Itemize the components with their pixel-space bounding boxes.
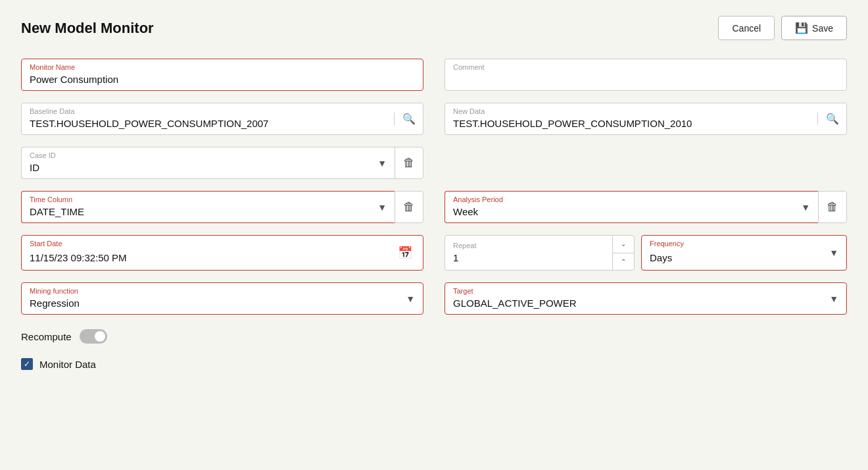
- save-icon: 💾: [795, 22, 808, 34]
- save-button[interactable]: 💾 Save: [781, 16, 847, 40]
- page-title: New Model Monitor: [21, 20, 154, 37]
- analysis-period-delete-button[interactable]: 🗑: [818, 191, 847, 223]
- frequency-field: Frequency Days ▼: [641, 235, 847, 271]
- case-id-dropdown-icon[interactable]: ▼: [377, 158, 387, 169]
- frequency-label: Frequency: [650, 240, 684, 248]
- trash-icon-3: 🗑: [827, 200, 838, 214]
- baseline-data-search-button[interactable]: 🔍: [394, 113, 423, 125]
- time-column-dropdown-icon[interactable]: ▼: [377, 202, 387, 213]
- trash-icon: 🗑: [403, 156, 415, 170]
- time-column-delete-button[interactable]: 🗑: [395, 191, 423, 223]
- start-date-value[interactable]: 11/15/23 09:32:50 PM: [30, 252, 395, 263]
- time-column-value[interactable]: DATE_TIME: [30, 206, 377, 217]
- frequency-dropdown-icon[interactable]: ▼: [829, 248, 838, 258]
- time-column-label: Time Column: [30, 196, 72, 203]
- repeat-label: Repeat: [453, 242, 476, 249]
- monitor-data-checkbox[interactable]: ✓: [21, 358, 33, 370]
- new-data-inner: New Data TEST.HOUSEHOLD_POWER_CONSUMPTIO…: [445, 103, 817, 134]
- baseline-data-label: Baseline Data: [30, 107, 75, 115]
- comment-field: Comment: [445, 59, 847, 91]
- form-grid: Monitor Name Power Consumption Comment B…: [21, 59, 847, 315]
- monitor-name-label: Monitor Name: [30, 63, 75, 71]
- baseline-data-inner: Baseline Data TEST.HOUSEHOLD_POWER_CONSU…: [22, 103, 394, 134]
- recompute-toggle[interactable]: [80, 329, 107, 344]
- cancel-button[interactable]: Cancel: [718, 16, 775, 40]
- repeat-value[interactable]: 1: [453, 252, 604, 263]
- time-column-field: Time Column DATE_TIME ▼: [21, 191, 395, 223]
- analysis-period-value[interactable]: Week: [453, 206, 801, 217]
- start-date-field: Start Date 11/15/23 09:32:50 PM 📅: [21, 235, 423, 271]
- frequency-value[interactable]: Days: [650, 252, 829, 263]
- target-field: Target GLOBAL_ACTIVE_POWER ▼: [445, 282, 847, 315]
- monitor-data-label: Monitor Data: [39, 359, 96, 370]
- analysis-period-label: Analysis Period: [453, 196, 503, 203]
- start-date-label: Start Date: [30, 240, 62, 248]
- analysis-period-dropdown-icon[interactable]: ▼: [801, 202, 810, 213]
- mining-function-field: Mining function Regression ▼: [21, 282, 423, 315]
- case-id-row: Case ID ID ▼ 🗑: [21, 147, 423, 179]
- case-id-field: Case ID ID ▼: [21, 147, 395, 179]
- time-column-row: Time Column DATE_TIME ▼ 🗑: [21, 191, 423, 223]
- new-data-label: New Data: [453, 107, 485, 115]
- mining-function-label: Mining function: [30, 287, 78, 295]
- toggle-knob: [95, 331, 105, 342]
- analysis-period-field: Analysis Period Week ▼: [445, 191, 818, 223]
- baseline-data-value[interactable]: TEST.HOUSEHOLD_POWER_CONSUMPTION_2007: [30, 118, 386, 129]
- header-actions: Cancel 💾 Save: [718, 16, 847, 40]
- comment-label: Comment: [453, 63, 485, 71]
- monitor-name-value[interactable]: Power Consumption: [30, 74, 415, 85]
- target-dropdown-icon[interactable]: ▼: [829, 294, 838, 304]
- recompute-label: Recompute: [21, 331, 72, 342]
- repeat-down-button[interactable]: ⌄: [613, 236, 634, 253]
- target-label: Target: [453, 287, 473, 295]
- new-data-field: New Data TEST.HOUSEHOLD_POWER_CONSUMPTIO…: [445, 103, 847, 135]
- case-id-delete-button[interactable]: 🗑: [395, 147, 423, 179]
- repeat-up-button[interactable]: ⌃: [613, 253, 634, 271]
- monitor-data-row: ✓ Monitor Data: [21, 358, 847, 370]
- case-id-value[interactable]: ID: [30, 162, 377, 173]
- baseline-data-field: Baseline Data TEST.HOUSEHOLD_POWER_CONSU…: [21, 103, 423, 135]
- monitor-name-field: Monitor Name Power Consumption: [21, 59, 423, 91]
- case-id-empty: [445, 147, 847, 179]
- case-id-label: Case ID: [30, 151, 56, 159]
- target-value[interactable]: GLOBAL_ACTIVE_POWER: [453, 298, 829, 309]
- new-data-value[interactable]: TEST.HOUSEHOLD_POWER_CONSUMPTION_2010: [453, 118, 809, 129]
- trash-icon-2: 🗑: [403, 200, 415, 214]
- mining-function-value[interactable]: Regression: [30, 298, 406, 309]
- repeat-frequency-row: Repeat 1 ⌄ ⌃ Frequency Days ▼: [445, 235, 847, 271]
- new-data-search-button[interactable]: 🔍: [817, 113, 846, 125]
- page-header: New Model Monitor Cancel 💾 Save: [21, 16, 847, 40]
- mining-function-dropdown-icon[interactable]: ▼: [406, 294, 415, 304]
- repeat-field: Repeat 1 ⌄ ⌃: [445, 235, 635, 271]
- save-label: Save: [812, 23, 833, 34]
- calendar-icon[interactable]: 📅: [395, 243, 415, 263]
- repeat-arrows: ⌄ ⌃: [612, 236, 634, 270]
- analysis-period-row: Analysis Period Week ▼ 🗑: [445, 191, 847, 223]
- recompute-row: Recompute: [21, 329, 847, 344]
- repeat-inner: Repeat 1: [445, 238, 612, 269]
